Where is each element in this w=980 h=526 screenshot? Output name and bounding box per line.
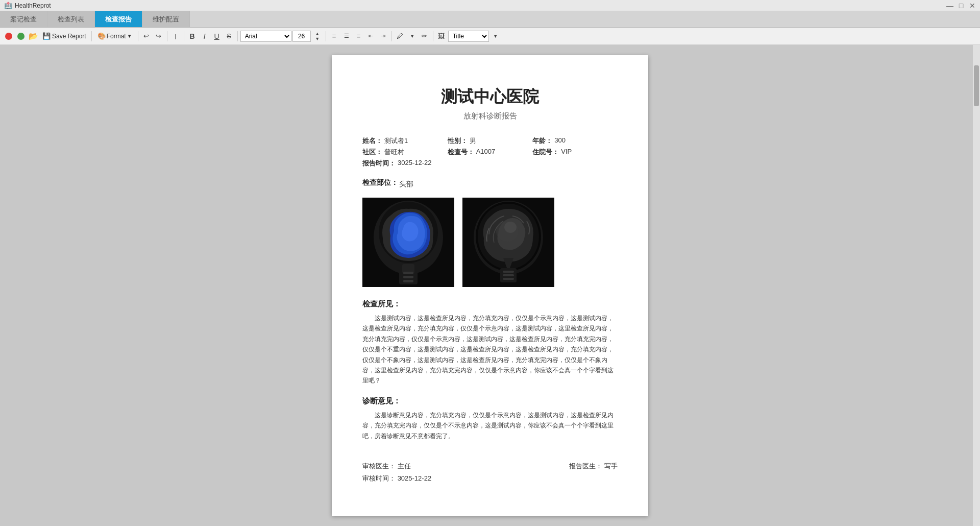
reporter-value: 写手 [604,462,618,470]
app-icon: 🏥 [4,2,12,9]
exam-no-label: 检查号： [448,148,474,157]
save-report-button[interactable]: 💾 Save Report [40,30,89,43]
reporter-info: 报告医生： 写手 [569,462,618,471]
indent-right-button[interactable]: ⇥ [378,31,389,42]
diagnosis-text: 这是诊断意见内容，充分填充内容，仅仅是个示意内容，这是测试内容，这是检查所见内容… [362,410,618,441]
format-button[interactable]: 🎨 Format ▼ [94,30,135,43]
patient-age-label: 年龄： [532,136,552,146]
signatures: 审核医生： 主任 报告医生： 写手 [362,462,618,471]
align-left-button[interactable]: ≡ [329,31,340,42]
admission-item: 住院号： VIP [532,148,618,157]
svg-rect-7 [403,280,413,282]
text-color-button[interactable]: 🖊 [395,31,406,42]
undo-button[interactable]: ↩ [141,31,152,42]
align-center-button[interactable]: ☰ [341,31,352,42]
admission-label: 住院号： [532,148,559,157]
svg-rect-14 [503,274,514,276]
color-green-button[interactable] [15,31,27,42]
report-date2-label: 审核时间： [362,474,396,482]
findings-text: 这是测试内容，这是检查所见内容，充分填充内容，仅仅是个示意内容，这是测试内容，这… [362,313,618,386]
sep-2 [138,31,138,41]
highlight-button[interactable]: ✏ [419,31,430,42]
patient-name-label: 姓名： [362,136,382,146]
title-bar: 🏥 HealthReprot — □ ✕ [0,0,980,11]
tab-bar: 案记检查 检查列表 检查报告 维护配置 [0,11,980,28]
style-chevron-button[interactable]: ▼ [490,31,501,42]
main-area: 测试中心医院 放射科诊断报告 姓名： 测试者1 性别： 男 年龄： 300 社区… [0,45,980,526]
underline-button[interactable]: U [211,31,223,42]
admission-value: VIP [561,148,572,157]
tab-report[interactable]: 检查报告 [95,11,142,27]
format-chevron-icon: ▼ [127,33,132,39]
patient-gender-item: 性别： 男 [448,136,533,146]
report-date-item: 报告时间： 3025-12-22 [362,159,618,168]
font-size-input[interactable] [292,31,311,42]
sep-5 [237,31,238,41]
report-date2: 审核时间： 3025-12-22 [362,474,618,483]
tab-list[interactable]: 检查列表 [47,11,95,27]
font-size-up-button[interactable]: ▲▼ [312,31,323,42]
green-dot [17,33,24,40]
patient-age-value: 300 [554,136,566,146]
insert-separator-button[interactable]: | [170,31,181,42]
hospital-subtitle: 放射科诊断报告 [362,111,618,121]
app-title: HealthReprot [15,2,51,9]
italic-button[interactable]: I [199,31,210,42]
exam-no-value: A1007 [476,148,496,157]
patient-name-item: 姓名： 测试者1 [362,136,448,146]
align-right-button[interactable]: ≡ [353,31,364,42]
reporter-label: 报告医生： [569,462,602,470]
exam-region-row: 检查部位： 头部 [362,176,618,193]
strikethrough-button[interactable]: S [224,31,235,42]
patient-gender-value: 男 [470,136,476,146]
tab-config[interactable]: 维护配置 [142,11,190,27]
sep-7 [391,31,392,41]
paragraph-style-select[interactable]: Title Heading 1 Heading 2 Normal [448,31,489,42]
svg-point-17 [504,222,517,233]
sep-4 [184,31,184,41]
font-family-select[interactable]: Arial SimSun Times New Roman [240,31,291,42]
brain-scan-2 [462,198,554,287]
reviewer-label: 审核医生： [362,462,396,470]
redo-button[interactable]: ↪ [153,31,164,42]
open-button[interactable]: 📂 [28,31,39,42]
minimize-button[interactable]: — [946,2,953,9]
insert-image-button[interactable]: 🖼 [436,31,447,42]
maximize-button[interactable]: □ [958,2,965,9]
findings-title: 检查所见： [362,299,618,309]
patient-id-value: 普旺村 [384,148,404,157]
bold-button[interactable]: B [187,31,198,42]
tab-records[interactable]: 案记检查 [0,11,47,27]
svg-rect-15 [503,278,514,280]
indent-left-button[interactable]: ⇤ [365,31,377,42]
patient-id-label: 社区： [362,148,382,157]
diagnosis-title: 诊断意见： [362,396,618,406]
exam-region-value: 头部 [399,180,413,189]
sep-8 [433,31,433,41]
svg-rect-5 [403,272,413,274]
brain-scan-1 [362,198,454,287]
hospital-name: 测试中心医院 [362,86,618,108]
exam-no-item: 检查号： A1007 [448,148,533,157]
sep-6 [326,31,326,41]
red-dot [5,33,12,40]
scrollbar-track[interactable] [973,45,980,526]
patient-name-value: 测试者1 [384,136,408,146]
sep-1 [91,31,92,41]
svg-rect-6 [403,276,413,278]
color-chevron-button[interactable]: ▼ [407,31,418,42]
report-date2-value: 3025-12-22 [398,474,432,482]
exam-region-label: 检查部位： [362,178,398,187]
patient-id-item: 社区： 普旺村 [362,148,448,157]
color-red-button[interactable] [3,31,14,42]
toolbar: 📂 💾 Save Report 🎨 Format ▼ ↩ ↪ | B I U S… [0,28,980,45]
patient-info-grid: 姓名： 测试者1 性别： 男 年龄： 300 社区： 普旺村 检查号： A100… [362,136,618,168]
reviewer-info: 审核医生： 主任 [362,462,411,471]
window-controls: — □ ✕ [946,2,976,9]
close-button[interactable]: ✕ [969,2,976,9]
patient-age-item: 年龄： 300 [532,136,618,146]
patient-gender-label: 性别： [448,136,468,146]
scrollbar-thumb[interactable] [974,65,979,106]
reviewer-value: 主任 [398,462,411,470]
report-date-value: 3025-12-22 [398,159,432,168]
